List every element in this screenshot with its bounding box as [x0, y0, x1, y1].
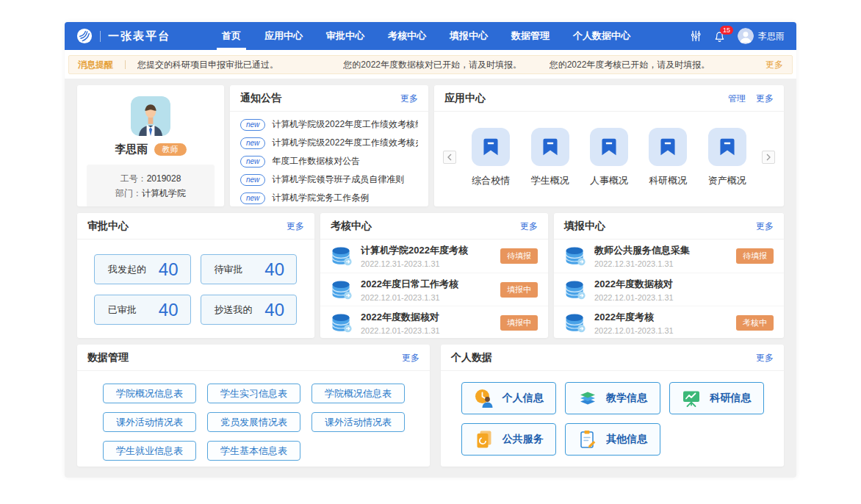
personal-grid: 个人信息 教学信息 科研信息 公共服务 其他信息 — [441, 371, 784, 456]
database-icon — [564, 246, 586, 266]
app-center-more-link[interactable]: 更多 — [756, 93, 774, 105]
brand-logo-icon — [76, 28, 93, 44]
data-table-button[interactable]: 课外活动情况表 — [103, 412, 196, 432]
reporting-center-title: 填报中心 — [564, 220, 746, 233]
nav-menu-item[interactable]: 填报中心 — [444, 22, 493, 50]
assessment-item[interactable]: 2022年度日常工作考核 2022.12.01-2023.1.31 填报中 — [320, 273, 548, 306]
nav-menu-item[interactable]: 考核中心 — [383, 22, 431, 50]
chart-board-icon — [682, 389, 701, 408]
settings-sliders-icon[interactable] — [690, 30, 702, 42]
navbar-right: 15 李思雨 — [690, 28, 785, 44]
reporting-more-link[interactable]: 更多 — [756, 220, 774, 233]
nav-menu-item[interactable]: 数据管理 — [506, 22, 555, 50]
new-badge: new — [240, 192, 265, 204]
bookmark-icon — [590, 128, 628, 166]
carousel-left-arrow[interactable] — [443, 151, 456, 164]
new-badge: new — [240, 119, 265, 131]
task-name: 2022年度考核 — [594, 311, 736, 324]
app-item[interactable]: 资产概况 — [703, 128, 752, 187]
carousel-right-arrow[interactable] — [762, 151, 775, 164]
nav-menu-item-label: 首页 — [222, 29, 241, 43]
app-item[interactable]: 综合校情 — [466, 128, 515, 187]
personal-data-button[interactable]: 科研信息 — [669, 382, 764, 414]
task-date-range: 2022.12.01-2023.1.31 — [594, 326, 736, 335]
top-navbar: 一张表平台 首页 应用中心 审批中心 考核中心 填报中心 数据管理 个人数据中心 — [65, 22, 796, 50]
data-table-button[interactable]: 学生实习信息表 — [207, 384, 300, 403]
new-badge: new — [240, 174, 265, 186]
reporting-item[interactable]: 2022年度数据核对 2022.12.01-2023.1.31 — [554, 273, 784, 306]
approval-grid: 我发起的 40 待审批 40 已审批 40 抄送我的 40 — [77, 240, 314, 325]
assessment-more-link[interactable]: 更多 — [520, 220, 538, 233]
notification-bell-icon[interactable]: 15 — [713, 30, 726, 43]
assessment-center-header: 考核中心 更多 — [320, 213, 548, 240]
notices-more-link[interactable]: 更多 — [400, 93, 418, 105]
user-menu[interactable]: 李思雨 — [738, 28, 785, 44]
approval-stat-box[interactable]: 已审批 40 — [94, 295, 191, 325]
data-table-button[interactable]: 课外活动情况表 — [311, 412, 405, 432]
notice-item-text: 年度工作数据核对公告 — [272, 155, 360, 168]
data-table-button[interactable]: 学生基本信息表 — [207, 441, 300, 461]
reporting-center-card: 填报中心 更多 — [554, 213, 784, 338]
data-table-button[interactable]: 学院概况信息表 — [311, 384, 405, 403]
profile-name: 李思雨 — [115, 143, 148, 156]
personal-data-button[interactable]: 公共服务 — [461, 423, 556, 456]
data-table-button[interactable]: 党员发展情况表 — [207, 412, 300, 432]
app-item[interactable]: 人事概况 — [585, 128, 633, 187]
brand-name: 一张表平台 — [108, 29, 170, 43]
nav-menu-item[interactable]: 审批中心 — [321, 22, 370, 50]
app-center-manage-link[interactable]: 管理 — [728, 93, 746, 105]
task-status-badge: 待填报 — [736, 248, 774, 264]
assessment-item[interactable]: 2022年度数据核对 2022.12.01-2023.1.31 填报中 — [320, 306, 548, 338]
message-bar-label: 消息提醒 — [78, 59, 113, 71]
approval-stat-box[interactable]: 待审批 40 — [201, 254, 298, 284]
datamgmt-grid: 学院概况信息表学生实习信息表学院概况信息表课外活动情况表党员发展情况表课外活动情… — [77, 371, 430, 461]
personal-data-button[interactable]: 教学信息 — [565, 382, 660, 414]
personal-data-button[interactable]: 个人信息 — [461, 382, 556, 414]
message-more-link[interactable]: 更多 — [765, 59, 783, 71]
database-icon — [331, 280, 352, 300]
approval-more-link[interactable]: 更多 — [287, 220, 304, 233]
app-center-card: 应用中心 管理 更多 综合校情 — [434, 85, 784, 206]
bookmark-icon — [708, 128, 746, 166]
approval-stat-box[interactable]: 我发起的 40 — [94, 254, 191, 284]
personal-data-header: 个人数据 更多 — [441, 345, 784, 371]
data-management-header: 数据管理 更多 — [77, 345, 430, 371]
notice-item[interactable]: new 计算机学院党务工作条例 — [240, 189, 418, 206]
approval-stat-box[interactable]: 抄送我的 40 — [201, 295, 298, 325]
message-item: 您的2022年度考核已开始，请及时填报。 — [550, 59, 755, 71]
brand[interactable]: 一张表平台 — [76, 28, 170, 44]
notice-item[interactable]: new 计算机学院领导班子成员自律准则 — [240, 170, 418, 189]
notice-item[interactable]: new 年度工作数据核对公告 — [240, 152, 418, 170]
personal-data-button-label: 科研信息 — [710, 392, 751, 405]
notice-item[interactable]: new 计算机学院级2022年度工作绩效考核办法 — [240, 134, 418, 152]
nav-menu-item[interactable]: 应用中心 — [259, 22, 308, 50]
profile-department: 部门：计算机学院 — [87, 186, 215, 201]
task-status-badge: 填报中 — [500, 282, 538, 298]
data-management-more-link[interactable]: 更多 — [402, 352, 419, 364]
data-table-button[interactable]: 学院概况信息表 — [103, 384, 196, 403]
notification-count-badge: 15 — [720, 26, 733, 35]
notices-card: 通知公告 更多 new 计算机学院级2022年度工作绩效考核结果公示 new 计… — [230, 85, 428, 206]
data-table-button[interactable]: 学生就业信息表 — [103, 441, 196, 461]
approval-center-header: 审批中心 更多 — [77, 213, 314, 240]
personal-data-button[interactable]: 其他信息 — [565, 423, 660, 456]
approval-stat-label: 抄送我的 — [215, 303, 253, 317]
data-management-title: 数据管理 — [87, 351, 392, 364]
nav-menu-item[interactable]: 首页 — [217, 22, 246, 50]
app-item[interactable]: 学生概况 — [526, 128, 574, 187]
app-list: 综合校情 学生概况 人事概况 — [434, 112, 784, 206]
reporting-item[interactable]: 教师公共服务信息采集 2022.12.31-2023.1.31 待填报 — [554, 240, 784, 273]
notice-item[interactable]: new 计算机学院级2022年度工作绩效考核结果公示 — [240, 115, 418, 134]
database-icon — [564, 280, 586, 300]
task-info: 2022年度日常工作考核 2022.12.01-2023.1.31 — [361, 278, 500, 302]
nav-menu: 首页 应用中心 审批中心 考核中心 填报中心 数据管理 个人数据中心 — [210, 22, 642, 50]
nav-menu-item[interactable]: 个人数据中心 — [568, 22, 635, 50]
app-item[interactable]: 科研概况 — [644, 128, 692, 187]
reporting-item[interactable]: 2022年度考核 2022.12.01-2023.1.31 考核中 — [554, 306, 784, 338]
task-date-range: 2022.12.01-2023.1.31 — [361, 326, 500, 335]
personal-data-more-link[interactable]: 更多 — [756, 352, 774, 364]
assessment-item[interactable]: 计算机学院2022年度考核 2022.12.31-2023.1.31 待填报 — [320, 240, 548, 273]
personal-data-button-label: 个人信息 — [502, 392, 544, 405]
row-3: 数据管理 更多 学院概况信息表学生实习信息表学院概况信息表课外活动情况表党员发展… — [77, 345, 784, 467]
approval-stat-label: 已审批 — [108, 303, 137, 317]
